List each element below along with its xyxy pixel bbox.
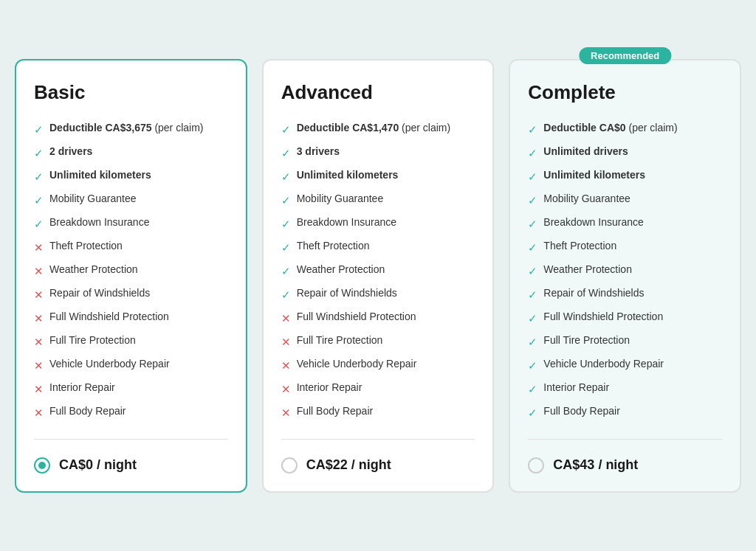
check-icon: ✓	[34, 122, 44, 137]
radio-button-basic[interactable]	[34, 457, 50, 474]
feature-list-basic: ✓Deductible CA$3,675 (per claim)✓2 drive…	[34, 117, 228, 424]
feature-text: Unlimited kilometers	[543, 168, 645, 183]
check-icon: ✓	[528, 169, 537, 184]
cross-icon: ✕	[34, 381, 44, 397]
feature-text: Mobility Guarantee	[543, 192, 630, 207]
check-icon: ✓	[528, 240, 537, 255]
cross-icon: ✕	[281, 311, 291, 326]
list-item: ✓Unlimited kilometers	[34, 164, 228, 188]
feature-text: Full Windshield Protection	[543, 310, 663, 325]
check-icon: ✓	[528, 216, 537, 232]
feature-text: Weather Protection	[297, 263, 385, 277]
feature-text: Vehicle Underbody Repair	[49, 357, 170, 372]
list-item: ✕Weather Protection	[34, 259, 228, 283]
feature-text: Unlimited kilometers	[49, 168, 151, 183]
check-icon: ✓	[528, 358, 537, 373]
card-complete[interactable]: Complete✓Deductible CA$0 (per claim)✓Unl…	[509, 59, 741, 493]
feature-text: Theft Protection	[297, 239, 370, 254]
check-icon: ✓	[34, 193, 44, 208]
price-row-complete[interactable]: CA$43 / night	[528, 451, 722, 474]
feature-text: Theft Protection	[543, 239, 616, 254]
feature-bold-text: Unlimited kilometers	[49, 169, 151, 181]
list-item: ✕Vehicle Underbody Repair	[34, 353, 228, 377]
feature-text: Repair of Windshields	[297, 286, 397, 301]
card-wrapper-advanced: Advanced✓Deductible CA$1,470 (per claim)…	[262, 59, 495, 493]
feature-text: Interior Repair	[543, 381, 609, 395]
cross-icon: ✕	[281, 358, 291, 373]
check-icon: ✓	[281, 145, 291, 161]
cross-icon: ✕	[34, 358, 44, 373]
check-icon: ✓	[281, 193, 291, 208]
card-divider	[528, 439, 722, 440]
list-item: ✓Full Body Repair	[528, 401, 722, 424]
check-icon: ✓	[281, 169, 291, 184]
list-item: ✕Full Tire Protection	[281, 330, 475, 353]
list-item: ✕Full Tire Protection	[34, 330, 228, 353]
cross-icon: ✕	[34, 240, 44, 255]
feature-text: Breakdown Insurance	[49, 215, 149, 230]
radio-button-complete[interactable]	[528, 457, 544, 474]
feature-text: Full Body Repair	[543, 404, 620, 419]
list-item: ✓Weather Protection	[281, 259, 475, 283]
card-title-advanced: Advanced	[281, 81, 475, 104]
feature-text: Vehicle Underbody Repair	[543, 357, 664, 372]
list-item: ✕Repair of Windshields	[34, 283, 228, 306]
check-icon: ✓	[528, 122, 537, 137]
feature-text: Mobility Guarantee	[297, 192, 384, 207]
feature-text: Breakdown Insurance	[543, 215, 643, 230]
feature-text: Interior Repair	[297, 381, 362, 395]
radio-button-advanced[interactable]	[281, 457, 298, 474]
cross-icon: ✕	[281, 405, 291, 420]
check-icon: ✓	[528, 193, 537, 208]
check-icon: ✓	[528, 263, 537, 279]
cross-icon: ✕	[34, 405, 44, 420]
feature-text: Full Windshield Protection	[297, 310, 416, 325]
recommended-badge: Recommended	[579, 47, 671, 64]
feature-text: Interior Repair	[49, 381, 115, 395]
list-item: ✓Mobility Guarantee	[34, 188, 228, 212]
price-text-advanced: CA$22 / night	[306, 457, 391, 473]
card-advanced[interactable]: Advanced✓Deductible CA$1,470 (per claim)…	[262, 59, 495, 493]
check-icon: ✓	[528, 145, 537, 161]
card-title-basic: Basic	[34, 81, 228, 104]
feature-bold-text: Deductible CA$1,470	[297, 122, 399, 134]
feature-text: 3 drivers	[297, 145, 340, 159]
list-item: ✕Full Body Repair	[281, 401, 475, 424]
check-icon: ✓	[34, 145, 44, 161]
feature-text: Repair of Windshields	[543, 286, 644, 301]
list-item: ✓3 drivers	[281, 141, 475, 164]
feature-text: Full Body Repair	[49, 404, 126, 419]
list-item: ✓Unlimited drivers	[528, 141, 722, 164]
feature-text: Deductible CA$1,470 (per claim)	[297, 121, 451, 136]
feature-text: Full Tire Protection	[543, 333, 630, 348]
feature-text: Weather Protection	[543, 263, 632, 277]
list-item: ✕Full Windshield Protection	[281, 306, 475, 330]
feature-text: Full Tire Protection	[49, 333, 136, 348]
check-icon: ✓	[528, 381, 537, 397]
list-item: ✕Vehicle Underbody Repair	[281, 353, 475, 377]
list-item: ✕Theft Protection	[34, 235, 228, 259]
feature-list-complete: ✓Deductible CA$0 (per claim)✓Unlimited d…	[528, 117, 722, 424]
list-item: ✓Deductible CA$0 (per claim)	[528, 117, 722, 141]
feature-bold-text: Deductible CA$3,675	[49, 122, 152, 134]
check-icon: ✓	[281, 240, 291, 255]
price-row-advanced[interactable]: CA$22 / night	[281, 451, 475, 474]
cross-icon: ✕	[34, 334, 44, 350]
card-divider	[281, 439, 475, 440]
feature-text: Full Tire Protection	[297, 333, 383, 348]
list-item: ✓Unlimited kilometers	[281, 164, 475, 188]
card-title-complete: Complete	[528, 81, 722, 104]
card-basic[interactable]: Basic✓Deductible CA$3,675 (per claim)✓2 …	[15, 59, 247, 493]
cards-container: Basic✓Deductible CA$3,675 (per claim)✓2 …	[15, 59, 741, 493]
feature-text: Unlimited kilometers	[297, 168, 399, 183]
check-icon: ✓	[34, 169, 44, 184]
list-item: ✓Theft Protection	[528, 235, 722, 259]
cross-icon: ✕	[34, 263, 44, 279]
list-item: ✓Repair of Windshields	[281, 283, 475, 306]
feature-text: Full Windshield Protection	[49, 310, 169, 325]
check-icon: ✓	[528, 311, 537, 326]
list-item: ✓Mobility Guarantee	[281, 188, 475, 212]
price-row-basic[interactable]: CA$0 / night	[34, 451, 228, 474]
card-wrapper-basic: Basic✓Deductible CA$3,675 (per claim)✓2 …	[15, 59, 247, 493]
list-item: ✓Vehicle Underbody Repair	[528, 353, 722, 377]
